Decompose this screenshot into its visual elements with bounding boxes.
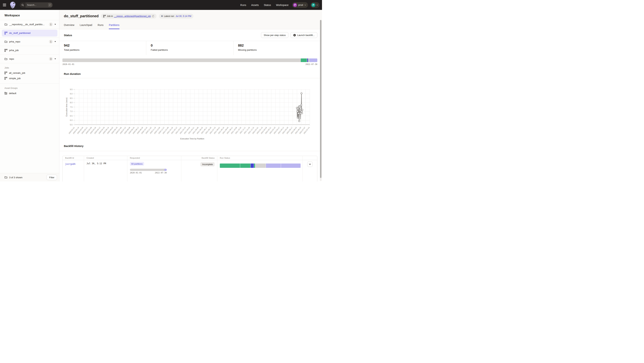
data-point xyxy=(301,111,302,112)
folder-icon xyxy=(4,23,8,26)
svg-text:5.5: 5.5 xyxy=(70,124,72,126)
expand-row-button[interactable] xyxy=(307,162,313,167)
scrollbar-thumb[interactable] xyxy=(320,20,322,178)
column-header-Backfill Id: Backfill Id xyxy=(62,156,84,160)
backfill-history-header: Backfill History xyxy=(59,144,322,151)
partition-status-bar-block: 2020-01-01 2022-07-30 xyxy=(62,58,317,66)
bar-segment-lavender xyxy=(310,58,317,62)
sidebar-item-prha_repo[interactable]: prha_repo1 xyxy=(0,38,59,46)
backfill-status-cell: Incomplete xyxy=(181,160,217,182)
requested-partitions-tag[interactable]: 60 partitions xyxy=(130,162,144,166)
requested-partitions-bar xyxy=(130,169,167,171)
column-header-Created: Created xyxy=(84,156,127,160)
caret-down-icon[interactable] xyxy=(54,58,56,59)
chevron-down-icon xyxy=(304,4,306,6)
sidebar-item-prha_job[interactable]: prha_job xyxy=(0,46,59,55)
job-count-badge: 1 xyxy=(49,22,53,26)
deployment-name: prod xyxy=(298,4,303,6)
requested-bar-start-date: 2020-01-01 xyxy=(130,172,142,174)
run-status-segment-lavender xyxy=(281,164,300,168)
caret-down-icon[interactable] xyxy=(54,41,56,42)
stat-total-partitions: 942Total partitions xyxy=(59,41,146,55)
sidebar-job-label: all_cereals_job xyxy=(9,72,25,74)
sidebar-item-label: prha_repo xyxy=(9,40,48,43)
sidebar-job-simple_job[interactable]: simple_job xyxy=(0,76,59,81)
data-point xyxy=(300,104,302,106)
svg-text:7.0: 7.0 xyxy=(70,110,72,112)
hamburger-menu-icon[interactable] xyxy=(2,4,6,7)
dagster-app: Search... / RunsAssetsStatusWorkspace P … xyxy=(0,0,322,182)
search-input[interactable]: Search... / xyxy=(20,2,53,8)
run-status-segment-green xyxy=(220,164,240,168)
latest-run-link[interactable]: Jul 30, 5:14 PM xyxy=(176,15,191,18)
data-point xyxy=(301,93,302,94)
backfill-created-cell: Jul 30, 5:12 PM xyxy=(84,160,127,182)
stat-missing-partitions: 882Missing partitions xyxy=(233,41,320,55)
nav-link-workspace[interactable]: Workspace xyxy=(276,4,288,6)
folder-icon xyxy=(4,176,8,179)
job-origin-prefix: Job in xyxy=(107,15,113,18)
partition-status-bar[interactable] xyxy=(62,58,317,62)
backfill-requested-cell: 60 partitions 2020-01-01 2022-07-30 xyxy=(127,160,181,182)
tab-overview[interactable]: Overview xyxy=(64,22,74,29)
run-status-dot-icon xyxy=(161,15,163,17)
user-menu[interactable]: P xyxy=(310,2,320,8)
asset-groups-section: Asset Groups default xyxy=(0,84,59,96)
sidebar-item-do_stuff_partitioned[interactable]: do_stuff_partitioned xyxy=(0,29,59,38)
deployment-switcher[interactable]: P prod xyxy=(292,2,308,8)
sidebar-item-label: repo xyxy=(9,58,48,60)
partition-stats: 942Total partitions0Failed partitions882… xyxy=(59,41,322,55)
row-expand-cell xyxy=(303,160,317,182)
table-row: jozrgsbh Jul 30, 5:12 PM 60 partitions 2… xyxy=(62,160,317,182)
sidebar-job-all_cereals_job[interactable]: all_cereals_job xyxy=(0,70,59,76)
search-icon xyxy=(20,2,26,8)
refresh-icon[interactable] xyxy=(152,15,154,18)
tab-launchpad[interactable]: Launchpad xyxy=(80,22,92,29)
job-icon xyxy=(103,15,106,18)
repo-count-text: 3 of 3 shown xyxy=(9,176,46,179)
repo-list: __repository__do_stuff_partitio...1do_st… xyxy=(0,20,59,63)
main-content: do_stuff_partitioned Job in __reposi...a… xyxy=(59,10,322,182)
backfill-status-badge: Incomplete xyxy=(200,162,214,166)
launch-backfill-button[interactable]: Launch backfill... xyxy=(290,32,317,38)
sidebar-item-label: do_stuff_partitioned xyxy=(9,32,58,34)
stat-label: Failed partitions xyxy=(151,48,233,51)
data-point xyxy=(302,109,303,111)
job-tabs: OverviewLaunchpadRunsPartitions xyxy=(64,22,317,29)
svg-text:Execution time (secs): Execution time (secs) xyxy=(66,98,68,116)
filter-button[interactable]: Filter xyxy=(46,175,57,180)
sidebar-asset-group-default[interactable]: default xyxy=(0,90,59,96)
nav-link-runs[interactable]: Runs xyxy=(240,4,246,6)
job-origin-link[interactable]: __reposi...artitioned@partitioned_job xyxy=(114,15,151,18)
data-point xyxy=(299,106,300,108)
table-header-row: Backfill IdCreatedRequestedBackfill Stat… xyxy=(62,156,317,160)
stat-value: 942 xyxy=(64,43,146,48)
nav-link-status[interactable]: Status xyxy=(264,4,271,6)
svg-text:8.0: 8.0 xyxy=(70,102,72,104)
run-duration-heading: Run duration xyxy=(64,72,80,75)
data-point xyxy=(297,108,299,110)
backfill-id-link[interactable]: jozrgsbh xyxy=(65,163,76,165)
data-point xyxy=(301,112,303,114)
workspace-sidebar: Workspace __repository__do_stuff_partiti… xyxy=(0,10,59,182)
tab-partitions[interactable]: Partitions xyxy=(109,22,119,29)
chevron-down-icon xyxy=(309,164,311,165)
job-header: do_stuff_partitioned Job in __reposi...a… xyxy=(59,10,322,29)
sidebar-item-label: __repository__do_stuff_partitio... xyxy=(9,23,48,26)
job-icon xyxy=(4,49,8,52)
tab-runs[interactable]: Runs xyxy=(98,22,104,29)
dagster-logo-icon[interactable] xyxy=(9,1,16,9)
top-nav-links: RunsAssetsStatusWorkspace xyxy=(240,4,288,6)
stat-label: Missing partitions xyxy=(238,48,320,51)
svg-text:6.0: 6.0 xyxy=(70,119,72,121)
status-heading: Status xyxy=(64,34,72,37)
nav-link-assets[interactable]: Assets xyxy=(251,4,259,6)
bar-segment-indigo xyxy=(307,58,308,62)
sidebar-item-repo[interactable]: repo3 xyxy=(0,55,59,63)
show-per-step-status-button[interactable]: Show per-step status xyxy=(261,32,288,38)
sidebar-item-__repository__do_stuff_partitio...[interactable]: __repository__do_stuff_partitio...1 xyxy=(0,20,59,29)
caret-down-icon[interactable] xyxy=(54,24,56,25)
svg-text:9.0: 9.0 xyxy=(70,93,72,95)
search-shortcut-badge: / xyxy=(48,3,52,7)
jobs-section: Jobs all_cereals_jobsimple_job xyxy=(0,63,59,84)
